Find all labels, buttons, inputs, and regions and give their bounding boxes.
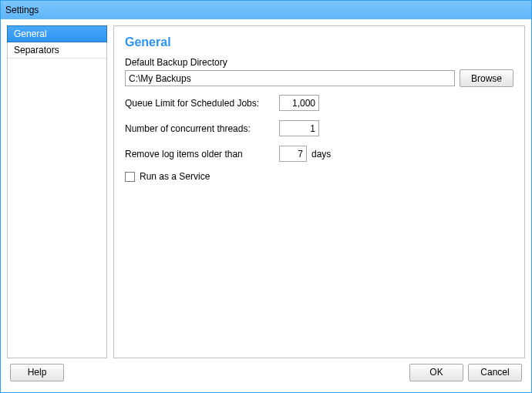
run-service-row[interactable]: Run as a Service (125, 171, 513, 182)
backup-dir-row: Browse (125, 69, 513, 87)
threads-input[interactable] (279, 120, 319, 136)
nav-item-separators[interactable]: Separators (8, 42, 106, 59)
body: General Separators General Default Backu… (7, 25, 525, 358)
log-age-suffix: days (311, 149, 331, 160)
nav-list: General Separators (7, 25, 107, 358)
nav-item-general[interactable]: General (7, 25, 107, 42)
run-service-checkbox[interactable] (125, 172, 135, 182)
browse-button[interactable]: Browse (460, 69, 513, 87)
settings-window: Settings General Separators General Defa… (0, 0, 532, 393)
backup-dir-input[interactable] (125, 70, 455, 86)
threads-row: Number of concurrent threads: (125, 120, 513, 136)
queue-limit-label: Queue Limit for Scheduled Jobs: (125, 98, 279, 109)
nav-label: General (14, 29, 47, 39)
titlebar[interactable]: Settings (1, 1, 531, 19)
log-age-row: Remove log items older than days (125, 146, 513, 162)
queue-limit-row: Queue Limit for Scheduled Jobs: (125, 95, 513, 111)
log-age-input[interactable] (279, 146, 307, 162)
run-service-label: Run as a Service (140, 171, 210, 182)
threads-label: Number of concurrent threads: (125, 123, 279, 134)
ok-button[interactable]: OK (409, 364, 463, 381)
log-age-label: Remove log items older than (125, 149, 279, 160)
help-button[interactable]: Help (10, 364, 64, 381)
panel-heading: General (125, 35, 513, 49)
general-panel: General Default Backup Directory Browse … (113, 25, 525, 358)
cancel-button[interactable]: Cancel (468, 364, 522, 381)
client-area: General Separators General Default Backu… (1, 19, 531, 392)
backup-dir-label: Default Backup Directory (125, 57, 513, 68)
nav-label: Separators (14, 45, 59, 55)
footer: Help OK Cancel (7, 358, 525, 386)
queue-limit-input[interactable] (279, 95, 319, 111)
window-title: Settings (5, 5, 39, 15)
